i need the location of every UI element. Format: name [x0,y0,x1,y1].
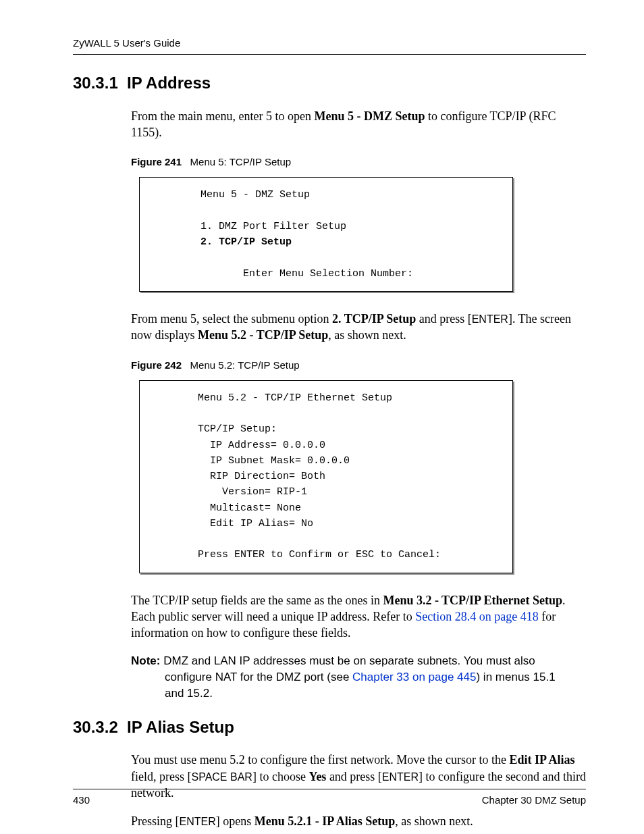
value-yes: Yes [308,770,326,783]
link-chapter-33[interactable]: Chapter 33 on page 445 [352,671,476,683]
note-text: and 15.2. [131,685,586,702]
note-block: Note: DMZ and LAN IP addresses must be o… [73,653,586,701]
fig-line: Menu 5 - DMZ Setup [200,189,310,201]
key-enter: ENTER [472,313,508,325]
section-heading-30-3-1: 30.3.1 IP Address [73,72,586,94]
page-footer: 430 Chapter 30 DMZ Setup [73,789,586,807]
section-title: IP Address [127,74,211,92]
text: and press [ [326,770,381,783]
section-title: IP Alias Setup [127,718,234,736]
text: Pressing [ [131,814,180,828]
page-number: 430 [73,793,90,807]
section-number: 30.3.1 [73,74,118,92]
key-space-bar: SPACE BAR [191,771,252,783]
text: , as shown next. [395,814,473,828]
para-fields-same: The TCP/IP setup fields are the same as … [73,592,586,642]
running-head: ZyWALL 5 User's Guide [73,36,586,54]
fig-line: Edit IP Alias= No [198,518,313,529]
figure-241-box: Menu 5 - DMZ Setup 1. DMZ Port Filter Se… [139,177,513,292]
note-text: configure NAT for the DMZ port (see Chap… [131,669,586,685]
key-enter: ENTER [180,816,216,827]
section-number: 30.3.2 [73,718,118,736]
fig-prompt: Enter Menu Selection Number: [243,268,413,280]
para-intro: From the main menu, enter 5 to open Menu… [73,108,586,141]
text: configure NAT for the DMZ port (see [165,671,352,683]
text: field, press [ [131,770,191,783]
text: ] to choose [252,770,308,783]
key-enter: ENTER [382,771,419,783]
figure-caption-241: Figure 241 Menu 5: TCP/IP Setup [73,155,586,169]
fig-line-bold: 2. TCP/IP Setup [200,236,292,248]
text: ) in menus 15.1 [476,671,555,683]
fig-line: 1. DMZ Port Filter Setup [200,221,346,232]
fig-line: TCP/IP Setup: [198,423,277,435]
field-name: Edit IP Alias [510,753,575,766]
figure-title: Menu 5: TCP/IP Setup [190,156,292,167]
text: ] opens [216,814,254,828]
figure-caption-242: Figure 242 Menu 5.2: TCP/IP Setup [73,359,586,372]
submenu-name: 2. TCP/IP Setup [332,312,416,325]
para-select-submenu: From menu 5, select the submenu option 2… [73,311,586,344]
para-pressing-enter: Pressing [ENTER] opens Menu 5.2.1 - IP A… [73,813,586,829]
menu-name: Menu 5.2 - TCP/IP Setup [198,328,328,342]
link-section-28-4[interactable]: Section 28.4 on page 418 [415,610,538,623]
fig-line: Menu 5.2 - TCP/IP Ethernet Setup [198,392,392,404]
text: You must use menu 5.2 to configure the f… [131,753,510,766]
fig-line: RIP Direction= Both [198,471,325,482]
text: The TCP/IP setup fields are the same as … [131,594,383,607]
fig-line: Version= RIP-1 [198,486,307,498]
figure-242-box: Menu 5.2 - TCP/IP Ethernet Setup TCP/IP … [139,380,513,573]
section-heading-30-3-2: 30.3.2 IP Alias Setup [73,716,586,738]
figure-label: Figure 242 [131,359,182,371]
text: From menu 5, select the submenu option [131,312,332,325]
text: , as shown next. [328,328,406,342]
menu-name: Menu 5.2.1 - IP Alias Setup [254,814,396,828]
menu-name: Menu 3.2 - TCP/IP Ethernet Setup [383,594,562,607]
figure-label: Figure 241 [131,156,182,167]
fig-line: Multicast= None [198,502,301,514]
fig-line: IP Address= 0.0.0.0 [198,440,325,451]
text: and press [ [416,312,471,325]
menu-name: Menu 5 - DMZ Setup [314,109,425,123]
fig-line: Press ENTER to Confirm or ESC to Cancel: [198,549,441,561]
note-label: Note: [131,654,160,667]
chapter-label: Chapter 30 DMZ Setup [482,793,586,807]
header-rule [73,54,586,55]
figure-title: Menu 5.2: TCP/IP Setup [190,359,300,371]
text: From the main menu, enter 5 to open [131,109,314,123]
note-text: DMZ and LAN IP addresses must be on sepa… [163,654,535,667]
fig-line: IP Subnet Mask= 0.0.0.0 [198,455,350,467]
page: ZyWALL 5 User's Guide 30.3.1 IP Address … [0,0,644,834]
